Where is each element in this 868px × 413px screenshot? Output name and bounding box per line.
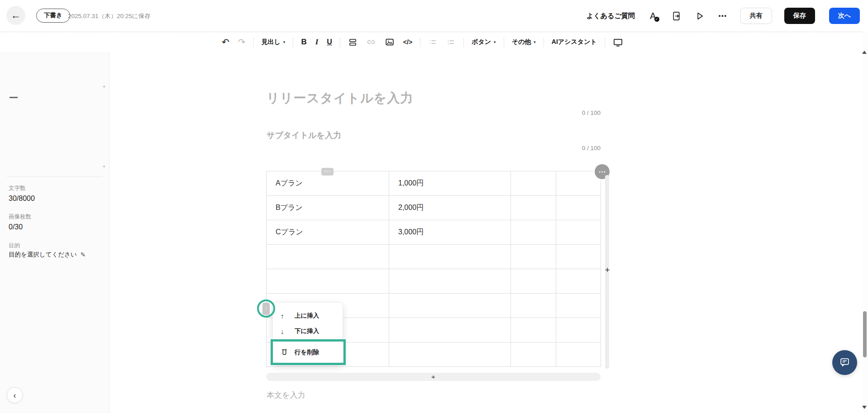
table-cell[interactable] <box>511 171 556 196</box>
table-cell[interactable]: 1,000円 <box>389 171 511 196</box>
table-cell[interactable] <box>556 220 601 245</box>
table-cell[interactable]: 3,000円 <box>389 220 511 245</box>
bullet-list-button[interactable] <box>427 38 439 47</box>
menu-item-insert-below[interactable]: ↓ 下に挿入 <box>273 323 343 339</box>
table-cell[interactable] <box>389 342 511 367</box>
code-button[interactable]: </> <box>402 38 413 46</box>
next-button[interactable]: 次へ <box>829 8 860 24</box>
share-button[interactable]: 共有 <box>740 8 772 24</box>
link-button[interactable] <box>365 37 377 47</box>
header-actions: よくあるご質問 A✓ ⋯ 共有 保存 次へ <box>587 0 860 32</box>
table-cell[interactable] <box>389 318 511 342</box>
svg-text:2: 2 <box>448 42 449 45</box>
purpose-value: 目的を選択してください <box>9 251 77 259</box>
subtitle-input[interactable]: サブタイトルを入力 <box>267 130 341 141</box>
table-cell[interactable] <box>511 342 556 367</box>
table-cell[interactable] <box>556 342 601 367</box>
table-row: Bプラン 2,000円 <box>267 196 601 220</box>
release-title-input[interactable]: リリースタイトルを入力 <box>267 90 413 107</box>
undo-button[interactable]: ↶ <box>221 37 230 47</box>
image-count-value: 0/30 <box>9 223 23 231</box>
toolbar-divider <box>293 37 293 47</box>
table-cell[interactable] <box>511 318 556 342</box>
underline-button[interactable]: U <box>326 38 333 46</box>
table-cell[interactable] <box>511 196 556 220</box>
preview-display-icon[interactable] <box>612 37 624 47</box>
other-dropdown-label: その他 <box>512 38 531 46</box>
arrow-down-icon: ↓ <box>281 328 288 335</box>
table-cell[interactable] <box>556 318 601 342</box>
table-cell[interactable] <box>556 269 601 294</box>
ai-assistant-button[interactable]: AIアシスタント <box>551 38 598 46</box>
row-drag-handle[interactable]: ⋮ <box>262 303 270 315</box>
body-text-input[interactable]: 本文を入力 <box>267 390 305 400</box>
redo-button[interactable]: ↷ <box>237 37 247 47</box>
menu-item-insert-above[interactable]: ↑ 上に挿入 <box>273 308 343 323</box>
other-dropdown[interactable]: その他 ▾ <box>511 38 537 46</box>
save-button[interactable]: 保存 <box>784 8 815 24</box>
menu-item-delete-row[interactable]: 行を削除 <box>273 342 343 362</box>
image-button[interactable] <box>384 37 396 47</box>
more-options-icon[interactable]: ⋯ <box>717 10 728 21</box>
title-char-counter: 0 / 100 <box>519 109 601 116</box>
table-cell[interactable] <box>556 171 601 196</box>
table-cell[interactable] <box>389 269 511 294</box>
sidebar-divider <box>7 176 103 177</box>
italic-button[interactable]: I <box>315 38 320 47</box>
bold-button[interactable]: B <box>300 38 307 47</box>
divider-block-button[interactable] <box>347 38 358 47</box>
table-cell[interactable]: Bプラン <box>267 196 389 220</box>
table-cell[interactable]: 2,000円 <box>389 196 511 220</box>
add-column-plus-icon[interactable]: + <box>603 265 612 275</box>
toolbar-divider <box>253 37 254 47</box>
heading-dropdown-label: 見出し <box>262 38 281 46</box>
table-cell[interactable] <box>267 269 389 294</box>
table-cell[interactable] <box>511 245 556 269</box>
table-cell[interactable] <box>511 269 556 294</box>
proofread-icon[interactable]: A✓ <box>647 10 659 21</box>
menu-item-label: 行を削除 <box>295 348 319 356</box>
document-export-icon[interactable] <box>671 10 682 21</box>
table-cell[interactable] <box>511 220 556 245</box>
row-context-menu: ↑ 上に挿入 ↓ 下に挿入 行を削除 <box>272 302 343 365</box>
table-cell[interactable] <box>556 245 601 269</box>
table-cell[interactable] <box>389 294 511 318</box>
table-cell[interactable] <box>556 196 601 220</box>
toolbar-divider <box>605 37 605 47</box>
button-block-dropdown[interactable]: ボタン ▾ <box>471 38 497 46</box>
add-row-plus-icon: + <box>266 373 601 381</box>
scrollbar-down-arrow[interactable] <box>862 406 867 409</box>
sidebar-collapse-button[interactable]: ‹ <box>7 387 23 403</box>
table-cell[interactable] <box>556 294 601 318</box>
add-row-strip[interactable]: + <box>266 373 601 381</box>
table-row: Cプラン 3,000円 <box>267 220 601 245</box>
heading-dropdown[interactable]: 見出し ▾ <box>261 38 286 46</box>
edit-pencil-icon[interactable]: ✎ <box>81 251 86 258</box>
faq-link[interactable]: よくあるご質問 <box>587 12 635 20</box>
chevron-down-icon: ▾ <box>534 40 536 44</box>
scrollbar-up-arrow[interactable] <box>862 51 867 54</box>
ai-assistant-label: AIアシスタント <box>552 38 597 46</box>
outline-item-dash[interactable] <box>10 97 18 98</box>
column-drag-handle[interactable]: ⋯ <box>321 168 334 176</box>
outline-scroll-up-icon[interactable]: ▲ <box>102 84 106 88</box>
chevron-down-icon: ▾ <box>283 40 286 44</box>
menu-item-label: 上に挿入 <box>295 312 319 320</box>
arrow-up-icon: ↑ <box>281 312 288 320</box>
svg-text:1: 1 <box>448 38 449 42</box>
outline-scroll-down-icon[interactable]: ▼ <box>102 165 106 169</box>
menu-item-label: 下に挿入 <box>295 327 319 335</box>
table-cell[interactable] <box>267 245 389 269</box>
left-sidebar: ▲ ▼ 文字数 30/8000 画像枚数 0/30 目的 目的を選択してください… <box>0 52 110 413</box>
toolbar-items: ↶ ↷ 見出し ▾ B I U </> <box>221 32 624 52</box>
numbered-list-button[interactable]: 1 2 <box>445 38 457 47</box>
table-row: Aプラン 1,000円 <box>267 171 601 196</box>
chat-support-button[interactable] <box>832 350 857 375</box>
table-cell[interactable]: Cプラン <box>267 220 389 245</box>
scrollbar-thumb[interactable] <box>863 311 867 357</box>
table-cell[interactable] <box>389 245 511 269</box>
back-button[interactable]: ← <box>6 6 25 25</box>
table-cell[interactable] <box>511 294 556 318</box>
preview-play-icon[interactable] <box>694 10 705 21</box>
saved-timestamp: 2025.07.31（木）20:25に保存 <box>68 12 151 20</box>
